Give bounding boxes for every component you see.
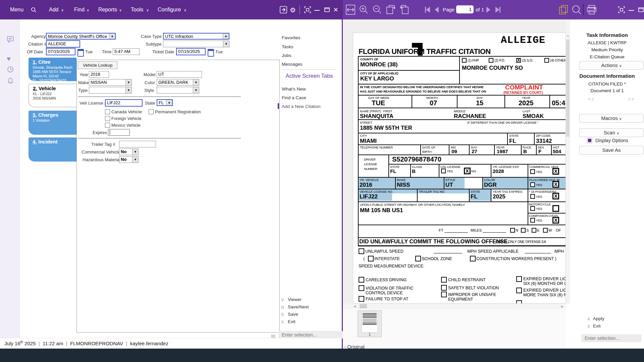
thumbnail-tile-selected[interactable]: 1 <box>358 310 382 337</box>
sidebar-item-messages[interactable]: Messages <box>282 62 303 67</box>
minimize-icon[interactable] <box>629 10 634 11</box>
dropdown-ar row-icon[interactable]: ▼ <box>132 157 138 163</box>
previous-document-button[interactable]: << <box>588 97 595 102</box>
off-date-input[interactable]: 07/15/2025 <box>46 48 75 55</box>
horizontal-scrollbar[interactable]: ◀ ▶ <box>343 303 566 309</box>
menu-item-configure[interactable]: Configure <box>158 7 181 13</box>
maximize-icon[interactable] <box>638 7 644 13</box>
trailer-tag-input[interactable] <box>119 141 156 147</box>
actions-button[interactable]: Actions ∨ <box>579 61 644 70</box>
tab-citee[interactable]: 1. Citee Smoak, Shanquita Rach 1885 NW 5… <box>29 58 76 81</box>
maximize-icon[interactable] <box>324 7 330 13</box>
citation-number-input[interactable]: ALLEIGE <box>46 40 80 48</box>
page-number-input[interactable]: 1 <box>456 5 474 13</box>
calendar-icon[interactable] <box>208 49 214 57</box>
history-icon[interactable] <box>7 66 14 73</box>
tab-incident[interactable]: 4. Incident <box>29 137 76 162</box>
scroll-right-icon[interactable]: ▶ <box>561 305 564 308</box>
print-icon[interactable] <box>586 5 597 15</box>
last-page-button[interactable] <box>495 7 500 13</box>
shortcut-viewer[interactable]: Viewer <box>288 297 302 302</box>
agency-select[interactable]: Monroe County Sheriff's Office ▼ <box>46 33 116 40</box>
fullscreen-icon[interactable] <box>304 6 311 13</box>
first-page-button[interactable] <box>425 7 430 13</box>
close-icon[interactable]: × <box>333 5 338 14</box>
sidebar-link-add-new-citation[interactable]: Add a New Citation <box>282 104 321 109</box>
zoom-in-icon[interactable] <box>359 5 368 14</box>
dropdown-arrow-icon[interactable]: ▼ <box>132 149 138 155</box>
shortcut-save[interactable]: Save <box>288 312 298 317</box>
exit-button[interactable]: Exit <box>593 323 601 328</box>
next-page-button[interactable] <box>486 7 490 13</box>
dropdown-arrow-icon[interactable]: ▼ <box>223 34 229 39</box>
expires-input[interactable] <box>108 129 130 136</box>
vertical-scroll-thumb[interactable] <box>566 40 570 137</box>
heart-icon[interactable]: ♥ <box>7 55 11 63</box>
color-select[interactable]: GREEN, DARK ▼ <box>157 79 199 86</box>
menu-item-find[interactable]: Find <box>74 7 85 13</box>
case-type-select[interactable]: UTC Infraction ▼ <box>163 33 229 40</box>
gear-icon[interactable]: ⚙ <box>290 6 296 14</box>
menu-item-reports[interactable]: Reports <box>98 7 117 13</box>
canada-vehicle-checkbox[interactable] <box>105 109 110 114</box>
make-select[interactable]: NISSAN ▼ <box>89 79 132 86</box>
time-input[interactable]: 5:47 AM <box>113 48 140 55</box>
commercial-vehicle-select[interactable]: No ▼ <box>119 148 139 155</box>
sidebar-link-find-a-case[interactable]: Find a Case <box>282 95 306 100</box>
rotate-right-icon[interactable] <box>400 4 409 14</box>
horizontal-scroll-thumb[interactable] <box>360 304 367 308</box>
style-select[interactable]: ▼ <box>157 87 199 94</box>
display-options-checkbox[interactable] <box>587 138 592 143</box>
fit-width-icon[interactable] <box>345 4 356 15</box>
tab-vehicle-active[interactable]: 2. Vehicle FL - LIFJ22 2016 NISSAN <box>29 84 77 107</box>
dropdown-arrow-icon[interactable]: ▼ <box>193 79 199 85</box>
dropdown-arrow-icon[interactable]: ▼ <box>223 41 229 47</box>
hazardous-material-select[interactable]: No ▼ <box>119 156 139 163</box>
sidebar-item-tasks[interactable]: Tasks <box>282 44 293 49</box>
apply-button[interactable]: Apply <box>593 316 604 321</box>
previous-page-button[interactable] <box>435 7 439 13</box>
subtype-select[interactable]: ▼ <box>163 41 229 47</box>
enter-selection-input[interactable]: Enter selection... <box>581 334 642 342</box>
zoom-out-icon[interactable] <box>372 5 382 14</box>
permanent-registration-checkbox[interactable] <box>149 109 154 114</box>
dropdown-arrow-icon[interactable]: ▼ <box>125 87 131 93</box>
dropdown-arrow-icon[interactable]: ▼ <box>193 87 199 93</box>
tab-charges[interactable]: 3. Charges 1 Violation <box>29 111 76 135</box>
bell-icon[interactable] <box>7 77 14 84</box>
fullscreen-icon[interactable] <box>618 6 625 13</box>
notes-icon[interactable] <box>7 36 14 43</box>
dropdown-arrow-icon[interactable]: ▼ <box>125 79 131 85</box>
scan-button[interactable]: Scan ∨ <box>579 128 644 137</box>
search-icon[interactable] <box>31 7 37 13</box>
model-input[interactable]: UT <box>157 71 202 78</box>
copy-pages-icon[interactable] <box>558 4 569 15</box>
scroll-up-icon[interactable]: ▲ <box>567 34 569 37</box>
open-in-new-icon[interactable] <box>279 6 287 14</box>
rotate-left-icon[interactable] <box>386 4 395 14</box>
calendar-icon[interactable] <box>77 49 84 57</box>
scroll-left-icon[interactable]: ◀ <box>354 305 356 308</box>
macros-button[interactable]: Macros ∨ <box>579 114 644 123</box>
foreign-vehicle-checkbox[interactable] <box>105 116 110 121</box>
dropdown-arrow-icon[interactable]: ▼ <box>166 100 172 105</box>
type-select[interactable]: ▼ <box>89 87 132 94</box>
menu-item-menu[interactable]: Menu <box>10 7 23 13</box>
veh-state-select[interactable]: FL ▼ <box>157 99 173 106</box>
shortcut-exit[interactable]: Exit <box>288 319 296 324</box>
vehicle-lookup-button[interactable]: Vehicle Lookup <box>78 61 117 69</box>
mexico-vehicle-checkbox[interactable] <box>105 123 110 128</box>
shortcut-save-next[interactable]: Save/Next <box>288 304 309 309</box>
vertical-scrollbar[interactable]: ▲ <box>566 19 570 303</box>
sidebar-item-jobs[interactable]: Jobs <box>282 53 291 58</box>
year-input[interactable]: 2016 <box>89 71 109 78</box>
sidebar-link-whats-new[interactable]: What's New <box>282 86 306 92</box>
next-document-button[interactable]: >> <box>628 97 635 102</box>
save-as-button[interactable]: Save As <box>579 146 644 155</box>
menu-item-add[interactable]: Add <box>49 7 58 13</box>
sidebar-item-favorites[interactable]: Favorites <box>282 35 301 40</box>
dropdown-arrow-icon[interactable]: ▼ <box>109 34 115 39</box>
minimize-icon[interactable] <box>314 10 320 11</box>
veh-license-input[interactable]: LIFJ22 <box>105 99 143 107</box>
ticket-date-input[interactable]: 07/15/2025 <box>176 48 206 55</box>
